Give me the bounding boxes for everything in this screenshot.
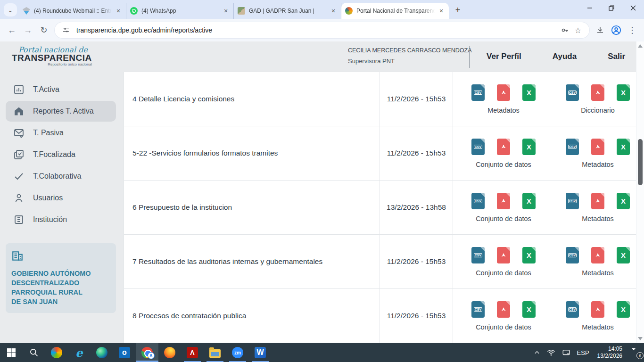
xls-file-icon[interactable]: X [617, 84, 630, 101]
xls-file-icon[interactable]: X [617, 139, 630, 155]
taskbar-file-explorer[interactable] [204, 343, 226, 362]
csv-file-icon[interactable]: CSV [566, 84, 579, 101]
pdf-file-icon[interactable] [591, 247, 604, 263]
xls-file-icon[interactable]: X [617, 193, 630, 209]
sidebar-item-t-activa[interactable]: T.Activa [6, 79, 116, 100]
sidebar-item-t-focalizada[interactable]: T.Focalizada [6, 144, 116, 165]
tab-whatsapp[interactable]: (4) WhatsApp ✕ [126, 3, 234, 19]
csv-file-icon[interactable]: CSV [566, 139, 579, 155]
taskbar-search-button[interactable] [23, 343, 45, 362]
address-bar[interactable]: transparencia.dpe.gob.ec/admin/reports/a… [55, 22, 589, 38]
site-settings-icon[interactable] [59, 24, 73, 37]
sidebar-item-reportes-t-activa[interactable]: Reportes T. Activa [6, 101, 116, 122]
url-text[interactable]: transparencia.dpe.gob.ec/admin/reports/a… [76, 26, 558, 34]
sidebar-item-t-colaborativa[interactable]: T.Colaborativa [6, 166, 116, 187]
close-tab-icon[interactable]: ✕ [115, 7, 122, 15]
institution-card[interactable]: GOBIERNO AUTÓNOMO DESCENTRALIZADO PARROQ… [6, 243, 116, 313]
taskbar-chrome[interactable] [136, 343, 158, 362]
ayuda-button[interactable]: Ayuda [553, 52, 577, 61]
csv-file-icon[interactable]: CSV [471, 139, 485, 155]
taskbar-firefox[interactable] [158, 343, 181, 362]
acrobat-glyph-icon [594, 197, 602, 205]
scrollbar-thumb[interactable] [638, 139, 643, 185]
download-group: CSV X Metadatos [554, 139, 642, 168]
sidebar-item-institucion[interactable]: Institución [6, 209, 116, 230]
tray-hidden-icons-button[interactable] [530, 343, 544, 362]
tab-search-button[interactable]: ⌄ [4, 3, 17, 16]
download-group-label: Conjunto de datos [476, 269, 531, 277]
taskbar-zoom[interactable]: zm [226, 343, 249, 362]
report-downloads: CSV X Conjunto de datos CSV X Metadatos [453, 126, 644, 180]
acrobat-icon: Λ [187, 347, 198, 358]
report-date: 13/2/2026 - 13h58 [380, 181, 453, 234]
taskbar-internet-explorer[interactable]: e [68, 343, 91, 362]
tab-portal-transparencia[interactable]: Portal Nacional de Transparenci ✕ [341, 3, 449, 19]
sidebar-item-usuarios[interactable]: Usuarios [6, 188, 116, 208]
close-tab-icon[interactable]: ✕ [330, 7, 337, 15]
csv-file-icon[interactable]: CSV [566, 193, 579, 209]
pdf-file-icon[interactable] [497, 139, 510, 155]
csv-file-icon[interactable]: CSV [471, 301, 485, 318]
downloads-icon[interactable] [592, 22, 608, 38]
tab-gad[interactable]: GAD | GADPR San Juan | ✕ [234, 3, 341, 19]
taskbar-acrobat[interactable]: Λ [181, 343, 204, 362]
browser-menu-icon[interactable]: ⋮ [624, 22, 640, 38]
pdf-file-icon[interactable] [591, 84, 604, 101]
taskbar-word[interactable]: W [249, 343, 272, 362]
csv-file-icon[interactable]: CSV [566, 247, 579, 263]
pdf-file-icon[interactable] [497, 301, 510, 318]
csv-file-icon[interactable]: CSV [566, 301, 579, 318]
page-scrollbar[interactable] [636, 41, 644, 343]
download-group-label: Conjunto de datos [476, 215, 531, 222]
tray-wifi-button[interactable] [544, 343, 559, 362]
taskbar-edge[interactable] [91, 343, 113, 362]
xls-file-icon[interactable]: X [522, 247, 536, 263]
close-tab-icon[interactable]: ✕ [222, 7, 230, 15]
check-icon [13, 171, 25, 182]
tray-language[interactable]: ESP [574, 343, 593, 362]
csv-file-icon[interactable]: CSV [471, 84, 485, 101]
reload-button[interactable]: ↻ [36, 22, 52, 38]
pdf-file-icon[interactable] [497, 84, 510, 101]
xls-file-icon[interactable]: X [522, 193, 536, 209]
xls-file-icon[interactable]: X [522, 84, 536, 101]
pdf-file-icon[interactable] [591, 139, 604, 155]
restore-button[interactable] [601, 0, 622, 16]
scroll-down-icon[interactable] [638, 337, 643, 340]
csv-label: CSV [474, 199, 482, 203]
sidebar-item-t-pasiva[interactable]: T. Pasiva [6, 123, 116, 143]
tray-time: 14:05 [597, 346, 622, 353]
close-window-button[interactable] [622, 0, 644, 16]
taskbar-outlook[interactable]: o [113, 343, 136, 362]
tray-clock[interactable]: 14:05 13/2/2026 [593, 346, 627, 360]
bookmark-star-icon[interactable]: ☆ [571, 24, 585, 37]
new-tab-button[interactable]: + [452, 4, 464, 16]
taskbar-copilot[interactable] [45, 343, 68, 362]
csv-file-icon[interactable]: CSV [471, 193, 485, 209]
xls-file-icon[interactable]: X [522, 301, 536, 318]
pdf-file-icon[interactable] [591, 301, 604, 318]
xls-file-icon[interactable]: X [617, 301, 630, 318]
ver-perfil-button[interactable]: Ver Perfil [487, 52, 521, 61]
notification-center-button[interactable]: 6 [627, 343, 644, 362]
back-button[interactable]: ← [4, 22, 20, 38]
salir-button[interactable]: Salir [608, 52, 625, 61]
scroll-up-icon[interactable] [638, 44, 643, 48]
csv-label: CSV [568, 90, 577, 95]
xls-file-icon[interactable]: X [522, 139, 536, 155]
pdf-file-icon[interactable] [591, 193, 604, 209]
pdf-file-icon[interactable] [497, 247, 510, 263]
pdf-file-icon[interactable] [497, 193, 510, 209]
window-controls [579, 0, 644, 16]
report-downloads: CSV X Conjunto de datos CSV X Metadatos [453, 289, 644, 343]
close-tab-icon[interactable]: ✕ [438, 7, 445, 15]
profile-avatar-icon[interactable] [608, 22, 624, 38]
csv-file-icon[interactable]: CSV [471, 247, 485, 263]
tray-display-button[interactable] [559, 343, 574, 362]
minimize-button[interactable] [579, 0, 601, 16]
password-key-icon[interactable] [558, 24, 571, 37]
xls-file-icon[interactable]: X [617, 247, 630, 263]
tab-roundcube[interactable]: (4) Roundcube Webmail :: Entra ✕ [19, 3, 126, 19]
forward-button[interactable]: → [20, 22, 36, 38]
start-button[interactable] [0, 343, 23, 362]
